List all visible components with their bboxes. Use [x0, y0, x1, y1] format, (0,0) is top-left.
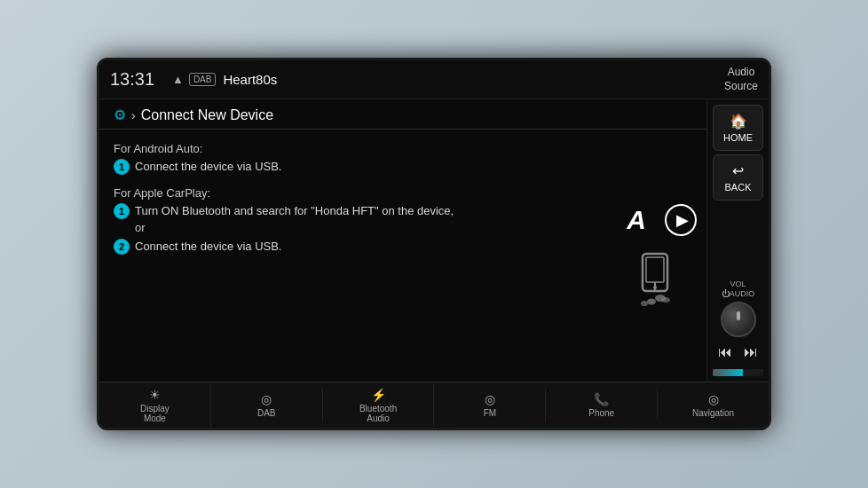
volume-control[interactable]: VOL ⏻AUDIO — [713, 279, 763, 337]
carplay-step1-text: Turn ON Bluetooth and search for "Honda … — [135, 202, 454, 220]
carplay-step1-row: 1 Turn ON Bluetooth and search for "Hond… — [114, 202, 595, 220]
bottom-nav: ☀ Display Mode ◎ DAB ⚡ Bluetooth Audio ◎… — [99, 382, 769, 428]
svg-point-6 — [661, 297, 670, 303]
back-label: BACK — [725, 182, 752, 193]
carplay-icon: ▶ — [665, 204, 697, 236]
connect-header: ⚙ › Connect New Device — [99, 99, 706, 130]
navigation-icon: ◎ — [708, 392, 719, 406]
carplay-step1-badge: 1 — [114, 203, 130, 219]
back-icon: ↩ — [732, 162, 744, 179]
phone-hand-svg — [627, 252, 689, 310]
volume-fill — [713, 369, 743, 376]
carplay-step2-row: 2 Connect the device via USB. — [114, 238, 595, 256]
android-auto-section: For Android Auto: 1 Connect the device v… — [114, 138, 595, 176]
fm-icon: ◎ — [485, 392, 495, 406]
bluetooth-audio-label: Bluetooth Audio — [359, 404, 397, 423]
platform-icons: A ▶ — [619, 202, 697, 238]
skip-back-button[interactable]: ⏮ — [718, 344, 732, 360]
instructions-panel: For Android Auto: 1 Connect the device v… — [99, 130, 609, 382]
sidebar-buttons: 🏠 HOME ↩ BACK VOL ⏻AUDIO ⏮ ⏭ — [706, 99, 769, 382]
volume-bar — [713, 369, 763, 376]
android-auto-icon: A — [619, 202, 654, 238]
dab-nav-icon: ◎ — [261, 392, 272, 406]
navigation-label: Navigation — [692, 408, 734, 418]
play-icon: ▶ — [676, 210, 689, 230]
chevron-right-icon: › — [131, 108, 136, 122]
nav-display-mode[interactable]: ☀ Display Mode — [99, 384, 211, 427]
or-text: or — [135, 221, 595, 234]
right-icons-panel: A ▶ — [609, 130, 706, 382]
dab-badge: DAB — [189, 73, 217, 86]
carplay-step2-badge: 2 — [114, 239, 130, 255]
home-label: HOME — [723, 132, 753, 143]
station-name: Heart80s — [223, 72, 277, 87]
vol-label: VOL ⏻AUDIO — [722, 279, 755, 299]
svg-point-5 — [641, 301, 648, 306]
home-button[interactable]: 🏠 HOME — [713, 105, 763, 151]
clock-display: 13:31 — [110, 69, 163, 90]
nav-fm[interactable]: ◎ FM — [434, 389, 546, 421]
volume-knob[interactable] — [721, 302, 756, 337]
bluetooth-icon: ⚡ — [371, 388, 386, 402]
nav-navigation[interactable]: ◎ Navigation — [658, 389, 769, 421]
android-step1-row: 1 Connect the device via USB. — [114, 158, 595, 176]
nav-bluetooth-audio[interactable]: ⚡ Bluetooth Audio — [323, 384, 435, 427]
apple-carplay-section: For Apple CarPlay: 1 Turn ON Bluetooth a… — [114, 183, 595, 256]
skip-forward-button[interactable]: ⏭ — [744, 344, 758, 360]
header-icons: ▲ DAB — [172, 73, 216, 86]
skip-controls: ⏮ ⏭ — [713, 341, 763, 364]
android-step1-text: Connect the device via USB. — [135, 158, 281, 176]
device-illustration — [627, 252, 689, 310]
display-mode-label: Display Mode — [140, 404, 170, 423]
android-auto-label: For Android Auto: — [114, 142, 595, 155]
nav-phone[interactable]: 📞 Phone — [546, 389, 658, 421]
svg-point-4 — [647, 298, 656, 304]
nav-dab[interactable]: ◎ DAB — [211, 389, 323, 421]
step1-badge: 1 — [114, 159, 130, 175]
settings-icon: ⚙ — [114, 106, 126, 123]
display-mode-icon: ☀ — [149, 388, 161, 402]
phone-label: Phone — [588, 408, 614, 418]
infotainment-screen: 13:31 ▲ DAB Heart80s Audio Source ⚙ › Co… — [97, 58, 771, 430]
phone-icon: 📞 — [594, 392, 609, 406]
car-background: 13:31 ▲ DAB Heart80s Audio Source ⚙ › Co… — [0, 0, 868, 488]
fm-label: FM — [484, 408, 496, 418]
apple-carplay-label: For Apple CarPlay: — [114, 186, 595, 200]
back-button[interactable]: ↩ BACK — [713, 154, 763, 201]
signal-icon: ▲ — [172, 73, 184, 86]
header-bar: 13:31 ▲ DAB Heart80s Audio Source — [99, 60, 769, 99]
svg-rect-1 — [646, 257, 664, 282]
home-icon: 🏠 — [730, 113, 747, 130]
carplay-step2-text: Connect the device via USB. — [135, 238, 281, 256]
dab-nav-label: DAB — [257, 408, 276, 418]
connect-title: Connect New Device — [141, 107, 273, 123]
audio-source-button[interactable]: Audio Source — [724, 66, 758, 93]
